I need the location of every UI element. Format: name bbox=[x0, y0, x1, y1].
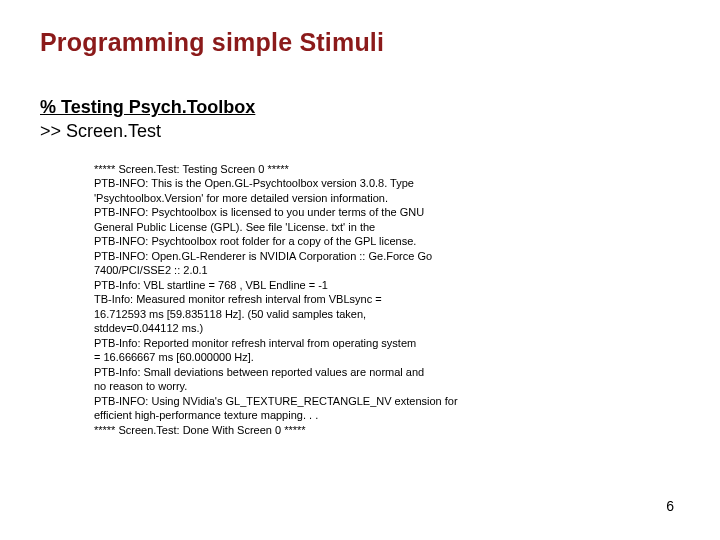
output-line: no reason to worry. bbox=[94, 379, 524, 394]
output-line: PTB-Info: Small deviations between repor… bbox=[94, 365, 524, 380]
output-line: General Public License (GPL). See file '… bbox=[94, 220, 524, 235]
page-number: 6 bbox=[666, 498, 674, 514]
output-line: PTB-INFO: Psychtoolbox root folder for a… bbox=[94, 234, 524, 249]
output-line: PTB-Info: Reported monitor refresh inter… bbox=[94, 336, 524, 351]
command-block: % Testing Psych.Toolbox >> Screen.Test bbox=[40, 95, 680, 144]
output-block: ***** Screen.Test: Testing Screen 0 ****… bbox=[94, 162, 524, 438]
output-line: 16.712593 ms [59.835118 Hz]. (50 valid s… bbox=[94, 307, 524, 322]
output-line: ***** Screen.Test: Done With Screen 0 **… bbox=[94, 423, 524, 438]
output-line: PTB-Info: VBL startline = 768 , VBL Endl… bbox=[94, 278, 524, 293]
slide-title: Programming simple Stimuli bbox=[40, 28, 680, 57]
output-line: PTB-INFO: Open.GL-Renderer is NVIDIA Cor… bbox=[94, 249, 524, 264]
output-line: 'Psychtoolbox.Version' for more detailed… bbox=[94, 191, 524, 206]
output-line: stddev=0.044112 ms.) bbox=[94, 321, 524, 336]
command-prompt: >> Screen.Test bbox=[40, 119, 680, 143]
output-line: 7400/PCI/SSE2 :: 2.0.1 bbox=[94, 263, 524, 278]
output-line: efficient high-performance texture mappi… bbox=[94, 408, 524, 423]
output-line: = 16.666667 ms [60.000000 Hz]. bbox=[94, 350, 524, 365]
command-comment: % Testing Psych.Toolbox bbox=[40, 95, 680, 119]
output-line: PTB-INFO: Using NVidia's GL_TEXTURE_RECT… bbox=[94, 394, 524, 409]
slide: Programming simple Stimuli % Testing Psy… bbox=[0, 0, 720, 540]
output-line: ***** Screen.Test: Testing Screen 0 ****… bbox=[94, 162, 524, 177]
output-line: PTB-INFO: Psychtoolbox is licensed to yo… bbox=[94, 205, 524, 220]
output-line: PTB-INFO: This is the Open.GL-Psychtoolb… bbox=[94, 176, 524, 191]
output-line: TB-Info: Measured monitor refresh interv… bbox=[94, 292, 524, 307]
